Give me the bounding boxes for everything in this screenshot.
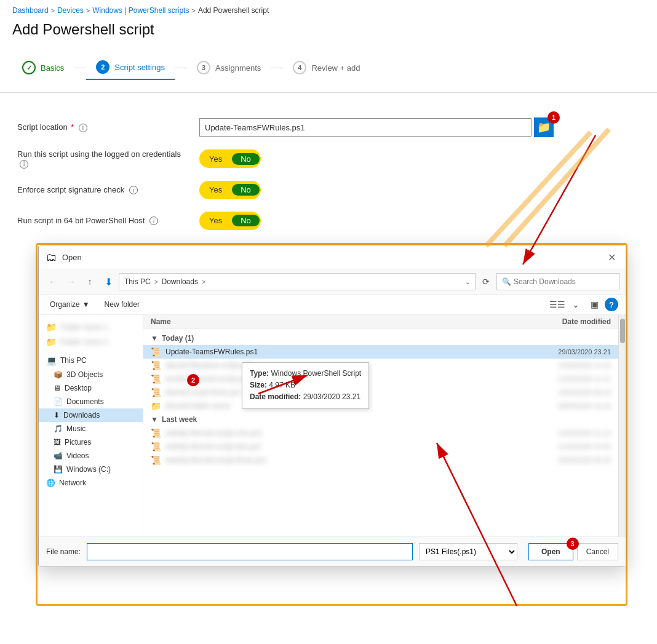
file-row-blurred7[interactable]: 📜 weekly-blurred-script-three.ps1 20/03/… bbox=[143, 453, 618, 467]
sidebar-item-this-pc[interactable]: 💻 This PC bbox=[39, 353, 143, 368]
file-row-blurred5[interactable]: 📜 weekly-blurred-script-one.ps1 22/03/20… bbox=[143, 426, 618, 440]
pictures-icon: 🖼 bbox=[54, 438, 61, 447]
address-this-pc: This PC bbox=[124, 277, 151, 286]
downloads-icon: ⬇ bbox=[54, 411, 60, 419]
organize-button[interactable]: Organize ▼ bbox=[46, 298, 94, 311]
breadcrumb-current: Add Powershell script bbox=[198, 6, 269, 15]
run-as-logged-yes[interactable]: Yes bbox=[201, 153, 231, 165]
sidebar-item-music[interactable]: 🎵 Music bbox=[39, 422, 143, 435]
run-as-logged-toggle[interactable]: Yes No bbox=[199, 149, 261, 168]
open-button[interactable]: Open 3 bbox=[528, 543, 573, 560]
file-row-blurred6[interactable]: 📜 weekly-blurred-script-two.ps1 21/03/20… bbox=[143, 440, 618, 453]
script-location-input[interactable] bbox=[199, 118, 532, 137]
address-bar[interactable]: This PC > Downloads > ⌄ bbox=[119, 273, 476, 290]
documents-icon: 📄 bbox=[54, 397, 63, 406]
sidebar-item-pictures[interactable]: 🖼 Pictures bbox=[39, 435, 143, 449]
enforce-sig-info-icon[interactable]: i bbox=[129, 186, 138, 194]
browse-button[interactable]: 📁 1 bbox=[534, 117, 554, 137]
sidebar-documents-label: Documents bbox=[66, 397, 104, 406]
ps1-icon-b7: 📜 bbox=[151, 455, 162, 465]
step-basics[interactable]: ✓ Basics bbox=[12, 56, 74, 79]
file-row-blurred4[interactable]: 📁 blurred-folder-name 08/03/2020 16.44 bbox=[143, 399, 618, 413]
run-64bit-info-icon[interactable]: i bbox=[149, 217, 158, 225]
enforce-sig-toggle[interactable]: Yes No bbox=[199, 181, 261, 199]
enforce-sig-no[interactable]: No bbox=[232, 184, 260, 196]
run-as-logged-info-icon[interactable]: i bbox=[20, 160, 28, 169]
step-basics-circle: ✓ bbox=[22, 61, 36, 74]
breadcrumb-powershell[interactable]: Windows | PowerShell scripts bbox=[92, 6, 189, 15]
sidebar-desktop-label: Desktop bbox=[65, 384, 92, 392]
filename-input[interactable] bbox=[87, 543, 413, 560]
search-box[interactable]: 🔍 bbox=[496, 273, 619, 290]
file-name-ps1: Update-TeamsFWRules.ps1 bbox=[165, 348, 521, 356]
sidebar-item-network[interactable]: 🌐 Network bbox=[39, 476, 143, 490]
download-nav-icon[interactable]: ⬇ bbox=[100, 274, 116, 290]
group-last-week-chevron: ▼ bbox=[151, 415, 158, 424]
dialog-close-button[interactable]: ✕ bbox=[605, 250, 618, 264]
step-divider-3 bbox=[271, 68, 283, 68]
enforce-sig-yes[interactable]: Yes bbox=[201, 184, 231, 196]
sidebar-3d-objects-label: 3D Objects bbox=[66, 370, 103, 379]
run-as-logged-no[interactable]: No bbox=[232, 153, 260, 165]
run-64bit-toggle[interactable]: Yes No bbox=[199, 212, 261, 230]
file-list-header: Name Date modified bbox=[143, 315, 618, 329]
sidebar-item-windows-c[interactable]: 💾 Windows (C:) bbox=[39, 463, 143, 476]
address-bar-right: ⟳ bbox=[478, 274, 494, 290]
tooltip-date: Date modified: 29/03/2020 23.21 bbox=[250, 391, 361, 403]
folder-icon-blur2: 📁 bbox=[46, 337, 57, 347]
file-list-scroll[interactable]: ▼ Today (1) 📜 Update-TeamsFWRules.ps1 29… bbox=[143, 329, 618, 536]
up-button[interactable]: ↑ bbox=[82, 274, 98, 290]
dialog-footer: File name: PS1 Files(.ps1) Open 3 Cancel bbox=[39, 536, 626, 566]
sidebar-item-downloads[interactable]: ⬇ Downloads bbox=[39, 408, 143, 422]
search-input[interactable] bbox=[514, 277, 614, 286]
run-64bit-yes[interactable]: Yes bbox=[201, 215, 231, 226]
sidebar-videos-label: Videos bbox=[66, 451, 89, 460]
desktop-icon: 🖥 bbox=[54, 384, 61, 392]
sidebar-item-videos[interactable]: 📹 Videos bbox=[39, 449, 143, 463]
forward-button[interactable]: → bbox=[63, 274, 79, 290]
step-assignments[interactable]: 3 Assignments bbox=[187, 56, 271, 79]
file-row-blurred1[interactable]: 📜 blurred-filename-script.ps1 15/03/2020… bbox=[143, 359, 618, 372]
enforce-sig-label: Enforce script signature check i bbox=[17, 185, 189, 195]
group-today-label: Today (1) bbox=[162, 334, 194, 343]
sidebar-item-documents[interactable]: 📄 Documents bbox=[39, 395, 143, 408]
view-dropdown-button[interactable]: ⌄ bbox=[568, 297, 584, 312]
dialog-titlebar: 🗂 Open ✕ bbox=[39, 245, 626, 269]
sidebar-item-desktop[interactable]: 🖥 Desktop bbox=[39, 381, 143, 395]
filetype-select[interactable]: PS1 Files(.ps1) bbox=[419, 543, 517, 560]
cancel-button[interactable]: Cancel bbox=[577, 543, 618, 560]
main-content: Script location * i 📁 1 Run this script … bbox=[0, 93, 657, 267]
dialog-title-text: Open bbox=[62, 253, 82, 262]
view-pane-button[interactable]: ▣ bbox=[586, 297, 602, 312]
step-review-add-circle: 4 bbox=[293, 61, 306, 74]
group-today: ▼ Today (1) bbox=[143, 332, 618, 345]
sidebar-blurred-2[interactable]: 📁 Folder name 2 bbox=[39, 335, 143, 349]
step-script-settings[interactable]: 2 Script settings bbox=[86, 55, 175, 80]
help-button[interactable]: ? bbox=[605, 298, 618, 311]
dialog-app-icon: 🗂 bbox=[46, 251, 57, 264]
step-review-add[interactable]: 4 Review + add bbox=[283, 56, 370, 79]
refresh-button[interactable]: ⟳ bbox=[478, 274, 494, 290]
breadcrumb-dashboard[interactable]: Dashboard bbox=[12, 6, 49, 15]
ps1-icon-b1: 📜 bbox=[151, 360, 162, 370]
sidebar-network-label: Network bbox=[59, 479, 86, 487]
script-location-info-icon[interactable]: i bbox=[79, 124, 87, 132]
step-divider-2 bbox=[175, 68, 187, 68]
col-name-header: Name bbox=[151, 317, 525, 326]
new-folder-button[interactable]: New folder bbox=[101, 298, 143, 311]
dialog-main: Name Date modified ▼ Today (1) 📜 Update-… bbox=[143, 315, 618, 536]
run-64bit-no[interactable]: No bbox=[232, 215, 260, 226]
organize-chevron-icon: ▼ bbox=[82, 300, 90, 309]
view-details-button[interactable]: ☰☰ bbox=[549, 297, 565, 312]
scrollbar[interactable] bbox=[618, 315, 626, 536]
file-row-ps1-selected[interactable]: 📜 Update-TeamsFWRules.ps1 29/03/2020 23.… bbox=[143, 345, 618, 359]
dialog-toolbar: ← → ↑ ⬇ This PC > Downloads > ⌄ ⟳ 🔍 bbox=[39, 269, 626, 295]
file-row-blurred2[interactable]: 📜 another-blurred-script.ps1 12/03/2020 … bbox=[143, 372, 618, 386]
wizard-steps: ✓ Basics 2 Script settings 3 Assignments… bbox=[0, 48, 657, 93]
back-button[interactable]: ← bbox=[45, 274, 61, 290]
sidebar-item-3d-objects[interactable]: 📦 3D Objects bbox=[39, 368, 143, 381]
sidebar-blurred-1[interactable]: 📁 Folder name 1 bbox=[39, 320, 143, 335]
file-row-blurred3[interactable]: 📜 blurred-script-three.ps1 10/03/2020 09… bbox=[143, 386, 618, 399]
step-review-add-label: Review + add bbox=[311, 63, 360, 73]
breadcrumb-devices[interactable]: Devices bbox=[57, 6, 84, 15]
